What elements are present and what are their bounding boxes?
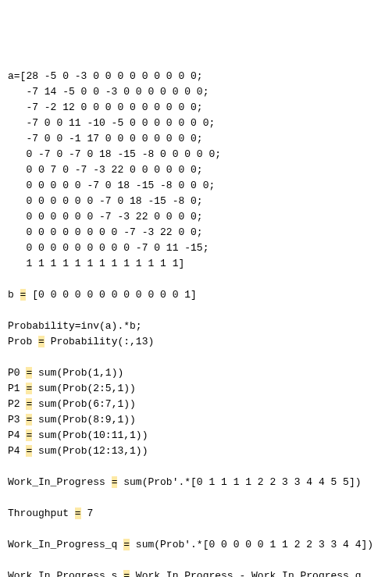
p3-rhs: sum(Prob(8:9,1)): [32, 414, 136, 426]
matrix-row-0: 28 -5 0 -3 0 0 0 0 0 0 0 0 0;: [26, 70, 202, 82]
p3-lhs: P3: [8, 414, 26, 426]
matrix-row-8: 0 0 0 0 0 0 -7 0 18 -15 -8 0;: [26, 195, 202, 207]
throughput-rhs: 7: [81, 508, 94, 519]
matrix-row-5: 0 -7 0 -7 0 18 -15 -8 0 0 0 0 0;: [26, 148, 221, 160]
wipq-rhs: sum(Prob'.*[0 0 0 0 0 1 1 2 2 3 3 4 4]): [130, 539, 373, 550]
throughput-lhs: Throughput: [8, 508, 75, 519]
p4a-rhs: sum(Prob(10:11,1)): [32, 429, 148, 441]
equals-highlight: =: [123, 539, 130, 550]
wips-lhs: Work_In_Progress_s: [8, 570, 123, 577]
matrix-row-2: -7 -2 12 0 0 0 0 0 0 0 0 0 0;: [26, 102, 202, 113]
wip-lhs: Work_In_Progress: [8, 476, 112, 488]
matrix-a-head: a=[: [8, 70, 26, 82]
p4b-lhs: P4: [8, 445, 26, 457]
matrix-row-1: -7 14 -5 0 0 -3 0 0 0 0 0 0 0;: [26, 86, 208, 98]
p2-rhs: sum(Prob(6:7,1)): [32, 398, 136, 410]
probability-line: Probability=inv(a).*b;: [8, 320, 142, 332]
p2-lhs: P2: [8, 398, 26, 410]
matrix-row-7: 0 0 0 0 0 -7 0 18 -15 -8 0 0 0;: [26, 180, 215, 191]
equals-highlight: =: [38, 336, 45, 347]
wips-rhs: Work_In_Progress - Work_In_Progress_q: [130, 570, 361, 577]
probcol-rhs: Probability(:,13): [45, 336, 154, 347]
code-block: a=[28 -5 0 -3 0 0 0 0 0 0 0 0 0; -7 14 -…: [8, 69, 384, 577]
b-rhs: [0 0 0 0 0 0 0 0 0 0 0 0 1]: [26, 289, 196, 301]
matrix-row-4: -7 0 0 -1 17 0 0 0 0 0 0 0 0;: [26, 133, 202, 144]
equals-highlight: =: [123, 570, 130, 577]
matrix-row-11: 0 0 0 0 0 0 0 0 0 -7 0 11 -15;: [26, 242, 208, 254]
matrix-row-3: -7 0 0 11 -10 -5 0 0 0 0 0 0 0;: [26, 117, 215, 129]
p0-lhs: P0: [8, 367, 26, 379]
p4a-lhs: P4: [8, 429, 26, 441]
wipq-lhs: Work_In_Progress_q: [8, 539, 123, 550]
p4b-rhs: sum(Prob(12:13,1)): [32, 445, 148, 457]
matrix-row-12: 1 1 1 1 1 1 1 1 1 1 1 1 1]: [26, 258, 184, 269]
matrix-row-10: 0 0 0 0 0 0 0 0 -7 -3 22 0 0;: [26, 226, 202, 238]
probcol-lhs: Prob: [8, 336, 38, 347]
p1-rhs: sum(Prob(2:5,1)): [32, 383, 136, 394]
equals-highlight: =: [75, 508, 81, 519]
wip-rhs: sum(Prob'.*[0 1 1 1 1 2 2 3 3 4 4 5 5]): [117, 476, 361, 488]
p0-rhs: sum(Prob(1,1)): [32, 367, 123, 379]
matrix-row-6: 0 0 7 0 -7 -3 22 0 0 0 0 0 0;: [26, 164, 202, 176]
b-lhs: b: [8, 289, 20, 301]
p1-lhs: P1: [8, 383, 26, 394]
matrix-row-9: 0 0 0 0 0 0 -7 -3 22 0 0 0 0;: [26, 211, 202, 223]
